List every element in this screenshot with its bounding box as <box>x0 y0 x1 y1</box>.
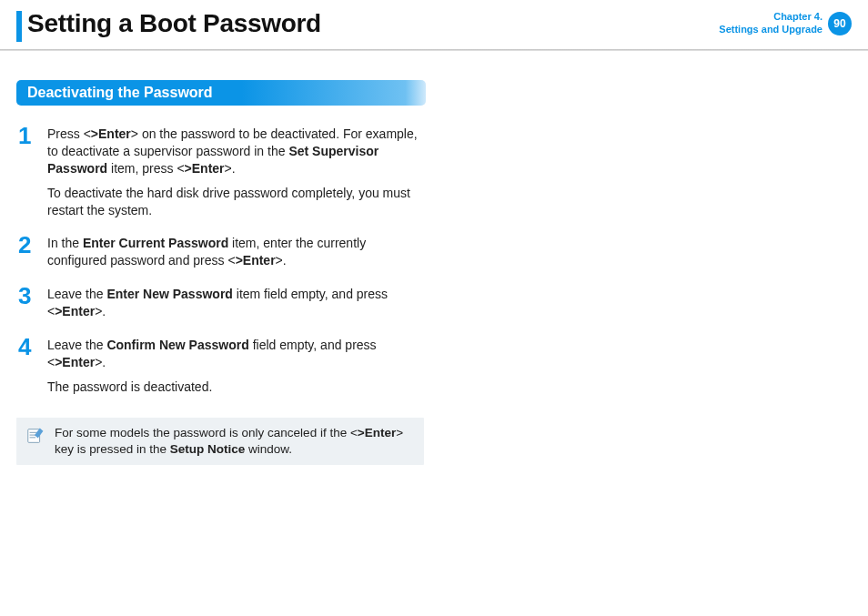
step-text: To deactivate the hard disk drive passwo… <box>47 185 420 219</box>
note-text: For some models the password is only can… <box>55 426 403 456</box>
step-text: In the Enter Current Password item, ente… <box>47 235 420 269</box>
page-title: Setting a Boot Password <box>27 9 321 42</box>
chapter-block: Chapter 4. Settings and Upgrade 90 <box>719 9 852 36</box>
chapter-line2: Settings and Upgrade <box>719 24 823 36</box>
step-text: The password is deactivated. <box>47 379 420 396</box>
step-number: 4 <box>18 331 31 363</box>
step-item: 2 In the Enter Current Password item, en… <box>16 235 420 269</box>
step-item: 3 Leave the Enter New Password item fiel… <box>16 286 420 320</box>
step-item: 4 Leave the Confirm New Password field e… <box>16 337 420 396</box>
chapter-line1: Chapter 4. <box>719 11 823 24</box>
note-icon <box>25 426 45 446</box>
note-box: For some models the password is only can… <box>16 418 424 465</box>
title-accent-bar <box>16 11 22 42</box>
step-text: Leave the Enter New Password item field … <box>47 286 420 320</box>
step-item: 1 Press <>Enter> on the password to be d… <box>16 126 420 218</box>
page-header: Setting a Boot Password Chapter 4. Setti… <box>0 0 868 47</box>
steps-list: 1 Press <>Enter> on the password to be d… <box>16 126 420 396</box>
step-number: 2 <box>18 229 31 261</box>
step-number: 1 <box>18 120 31 152</box>
page-number-badge: 90 <box>828 12 852 35</box>
step-number: 3 <box>18 280 31 312</box>
section-heading: Deactivating the Password <box>16 80 420 106</box>
step-text: Leave the Confirm New Password field emp… <box>47 337 420 371</box>
title-wrap: Setting a Boot Password <box>16 9 321 42</box>
chapter-text: Chapter 4. Settings and Upgrade <box>719 11 823 36</box>
section-heading-label: Deactivating the Password <box>16 80 420 106</box>
step-text: Press <>Enter> on the password to be dea… <box>47 126 420 177</box>
main-content: Deactivating the Password 1 Press <>Ente… <box>0 51 437 465</box>
